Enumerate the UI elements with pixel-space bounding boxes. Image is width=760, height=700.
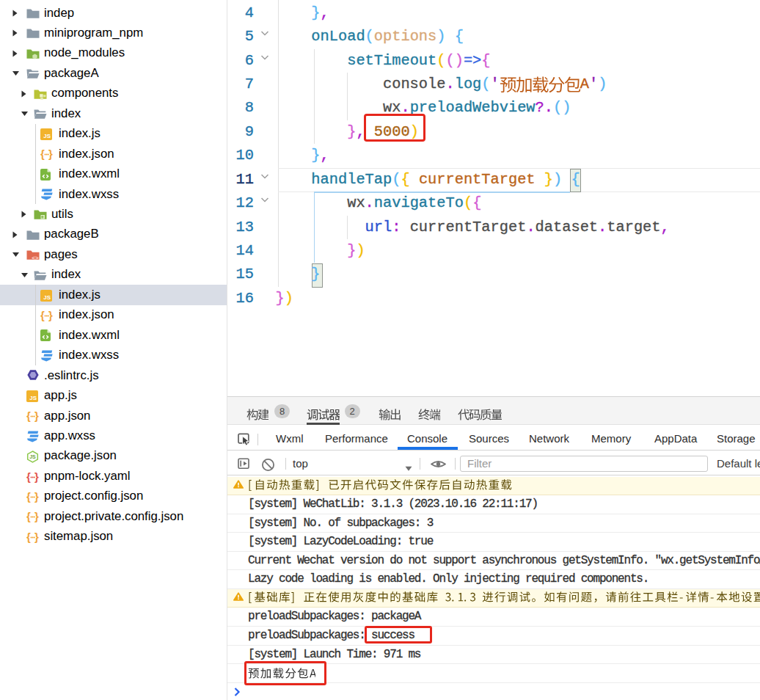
svg-text:}: } bbox=[34, 511, 39, 522]
svg-text:{: { bbox=[26, 511, 31, 522]
svg-text:{: { bbox=[40, 310, 45, 321]
svg-text:}: } bbox=[34, 531, 39, 543]
svg-text:JS: JS bbox=[29, 395, 37, 401]
svg-text:{: { bbox=[26, 471, 31, 483]
svg-text:JS: JS bbox=[29, 454, 36, 459]
svg-text:}: } bbox=[48, 148, 53, 160]
svg-text:{: { bbox=[40, 148, 45, 160]
svg-text:{: { bbox=[26, 410, 31, 422]
svg-text:JS: JS bbox=[43, 294, 51, 301]
svg-text:}: } bbox=[34, 491, 39, 503]
svg-text:JS: JS bbox=[43, 133, 51, 139]
svg-text:{: { bbox=[26, 491, 31, 503]
svg-text:}: } bbox=[34, 410, 39, 422]
svg-text:{: { bbox=[26, 531, 31, 543]
svg-text:}: } bbox=[48, 310, 53, 321]
svg-text:<>: <> bbox=[32, 255, 39, 261]
svg-text:}: } bbox=[34, 471, 39, 483]
